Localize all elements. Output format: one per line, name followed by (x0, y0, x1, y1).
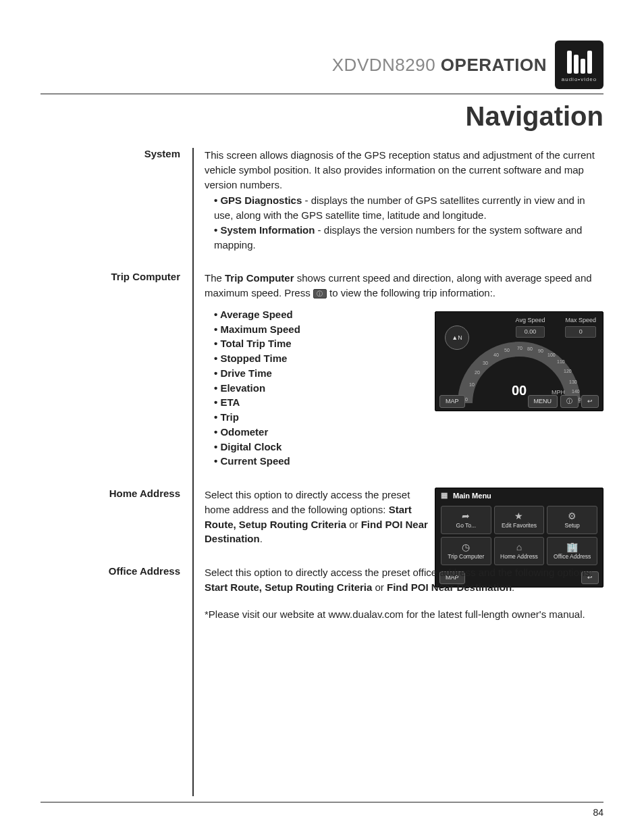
row-office: Office Address Select this option to dir… (41, 565, 603, 621)
mm-setup[interactable]: ⚙Setup (547, 506, 597, 534)
svg-text:120: 120 (564, 369, 572, 373)
label-home: Home Address (41, 488, 192, 546)
row-system: System This screen allows diagnosis of t… (41, 148, 603, 252)
svg-text:100: 100 (547, 353, 556, 357)
body-office: Select this option to directly access th… (192, 565, 603, 621)
clock-icon: ◷ (462, 542, 470, 552)
section-title: Navigation (41, 101, 603, 132)
system-intro: This screen allows diagnosis of the GPS … (205, 149, 595, 190)
footnote: *Please visit our website at www.dualav.… (205, 608, 585, 620)
info-button[interactable]: ⓘ (560, 395, 579, 408)
trip-item: Odometer (214, 425, 603, 440)
header-divider (41, 93, 603, 95)
svg-text:30: 30 (483, 361, 488, 365)
info-icon: ⓘ (313, 289, 327, 298)
svg-text:40: 40 (493, 353, 499, 357)
trip-item: Current Speed (214, 454, 603, 469)
model-number: XDVDN8290 (332, 55, 435, 75)
row-home: Home Address Select this option to direc… (41, 488, 603, 546)
header-title: XDVDN8290 OPERATION (332, 55, 547, 76)
screenshot-speedometer: ▲N Avg Speed0.00 Max Speed0 01020 304050… (435, 311, 603, 411)
content-area: System This screen allows diagnosis of t… (41, 148, 603, 796)
building-icon: 🏢 (566, 542, 578, 552)
label-system: System (41, 148, 192, 252)
row-trip: Trip Computer The Trip Computer shows cu… (41, 271, 603, 469)
logo-bars (567, 48, 592, 74)
mm-trip[interactable]: ◷Trip Computer (441, 537, 491, 565)
system-bullet-gps: GPS Diagnostics - displays the number of… (214, 193, 603, 223)
svg-text:80: 80 (527, 346, 533, 351)
operation-label: OPERATION (441, 55, 547, 75)
mm-office[interactable]: 🏢Office Address (547, 537, 597, 565)
trip-item: Trip (214, 410, 603, 425)
map-button[interactable]: MAP (439, 395, 465, 408)
body-trip: The Trip Computer shows current speed an… (192, 271, 603, 469)
svg-text:70: 70 (517, 346, 522, 350)
mm-home[interactable]: ⌂Home Address (494, 537, 545, 565)
back-button[interactable]: ↩ (581, 395, 599, 408)
mainmenu-grid: ➦Go To... ★Edit Favorites ⚙Setup ◷Trip C… (435, 503, 603, 568)
label-office: Office Address (41, 565, 192, 621)
svg-text:20: 20 (475, 370, 480, 375)
body-system: This screen allows diagnosis of the GPS … (192, 148, 603, 252)
brand-logo: audio•video (555, 41, 603, 89)
mm-favorites[interactable]: ★Edit Favorites (494, 506, 545, 534)
svg-text:140: 140 (572, 389, 580, 394)
svg-text:90: 90 (538, 348, 543, 353)
label-trip: Trip Computer (41, 271, 192, 469)
page-number: 84 (593, 807, 603, 818)
home-icon: ⌂ (516, 542, 522, 552)
page-header: XDVDN8290 OPERATION audio•video (41, 41, 603, 89)
gear-icon: ⚙ (568, 511, 576, 521)
system-bullets: GPS Diagnostics - displays the number of… (205, 193, 603, 252)
logo-subtext: audio•video (562, 76, 597, 82)
mainmenu-title: Main Menu (435, 488, 603, 503)
svg-text:50: 50 (504, 348, 510, 353)
svg-text:10: 10 (469, 382, 475, 387)
svg-text:130: 130 (569, 380, 577, 384)
trip-item: Digital Clock (214, 440, 603, 454)
speedo-buttons: MAP MENU ⓘ ↩ (439, 395, 599, 408)
system-bullet-sysinfo: System Information - displays the versio… (214, 223, 603, 253)
body-home: Select this option to directly access th… (192, 488, 603, 546)
menu-button[interactable]: MENU (528, 395, 558, 408)
footer-divider (41, 802, 603, 803)
mm-goto[interactable]: ➦Go To... (441, 506, 491, 534)
arrow-icon: ➦ (462, 511, 470, 521)
svg-text:110: 110 (557, 359, 565, 364)
star-icon: ★ (514, 511, 523, 521)
